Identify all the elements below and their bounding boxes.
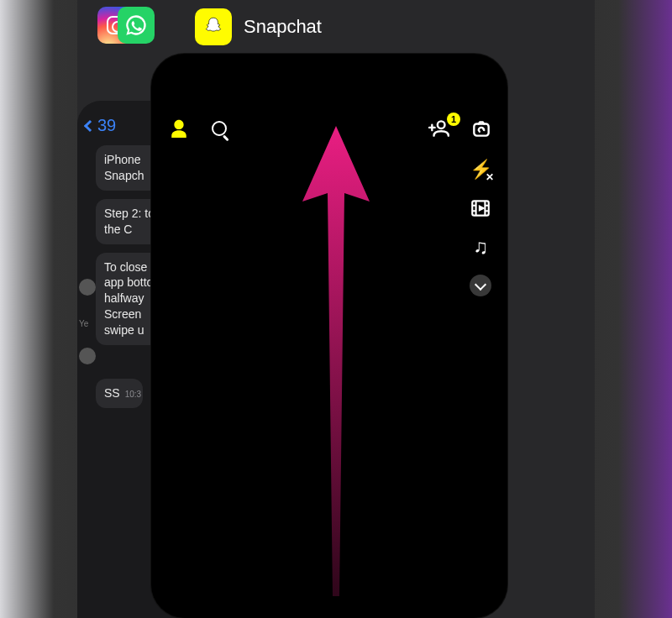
flip-camera-button[interactable] bbox=[470, 118, 492, 140]
app-switcher-header-snapchat: Snapchat bbox=[195, 8, 322, 45]
avatar bbox=[79, 279, 96, 296]
chevron-down-icon bbox=[470, 275, 491, 296]
avatar bbox=[79, 348, 96, 364]
flash-off-button[interactable]: ⚡ ✕ bbox=[469, 158, 492, 181]
chat-bubble: SS 10:3 bbox=[96, 379, 143, 408]
add-friend-button[interactable]: 1 bbox=[428, 118, 455, 141]
notification-badge: 1 bbox=[447, 113, 460, 126]
svg-point-0 bbox=[438, 121, 445, 128]
whatsapp-icon bbox=[118, 7, 155, 44]
search-icon[interactable] bbox=[210, 119, 230, 139]
snapchat-top-bar: 1 bbox=[151, 109, 507, 149]
video-button[interactable] bbox=[469, 196, 492, 220]
app-switcher-header-stack bbox=[97, 7, 155, 44]
expand-tools-button[interactable] bbox=[469, 274, 492, 297]
music-icon: ♫ bbox=[473, 235, 488, 259]
app-switcher-title: Snapchat bbox=[244, 16, 322, 38]
music-button[interactable]: ♫ bbox=[469, 235, 492, 259]
chevron-left-icon bbox=[84, 119, 96, 131]
snapchat-icon bbox=[195, 8, 232, 45]
unread-count: 39 bbox=[97, 116, 116, 135]
camera-side-tools: ⚡ ✕ ♫ bbox=[469, 158, 492, 297]
app-card-snapchat[interactable]: 1 ⚡ ✕ ♫ bbox=[151, 54, 507, 618]
disabled-x-icon: ✕ bbox=[486, 171, 494, 183]
svg-rect-1 bbox=[474, 124, 488, 136]
profile-button[interactable] bbox=[166, 117, 192, 142]
day-separator: Ye bbox=[79, 319, 88, 328]
